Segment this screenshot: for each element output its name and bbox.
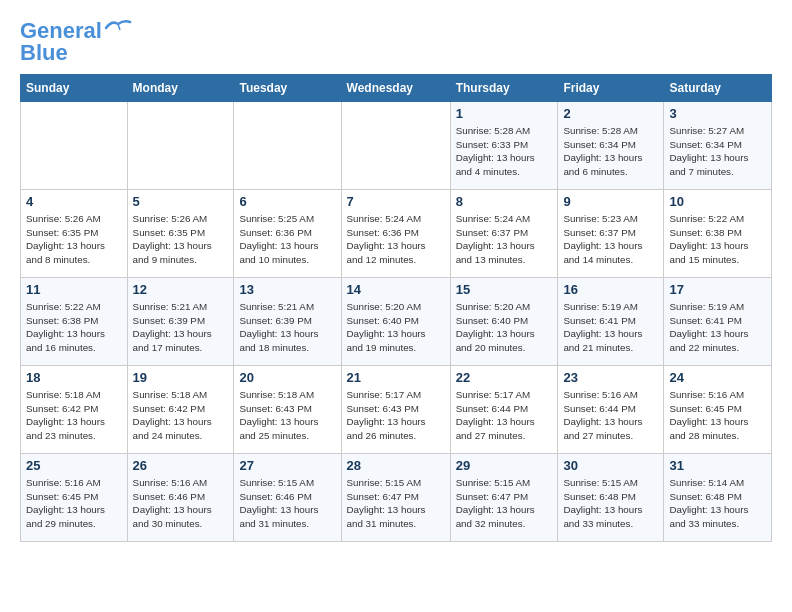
- calendar-cell: 15Sunrise: 5:20 AM Sunset: 6:40 PM Dayli…: [450, 278, 558, 366]
- day-number: 10: [669, 194, 766, 209]
- day-number: 25: [26, 458, 122, 473]
- calendar-cell: 12Sunrise: 5:21 AM Sunset: 6:39 PM Dayli…: [127, 278, 234, 366]
- calendar-cell: 20Sunrise: 5:18 AM Sunset: 6:43 PM Dayli…: [234, 366, 341, 454]
- day-info: Sunrise: 5:15 AM Sunset: 6:47 PM Dayligh…: [456, 476, 553, 531]
- day-number: 15: [456, 282, 553, 297]
- calendar-cell: 14Sunrise: 5:20 AM Sunset: 6:40 PM Dayli…: [341, 278, 450, 366]
- week-row-2: 4Sunrise: 5:26 AM Sunset: 6:35 PM Daylig…: [21, 190, 772, 278]
- calendar-cell: 8Sunrise: 5:24 AM Sunset: 6:37 PM Daylig…: [450, 190, 558, 278]
- header-thursday: Thursday: [450, 75, 558, 102]
- logo-text: General: [20, 20, 102, 42]
- calendar-cell: 1Sunrise: 5:28 AM Sunset: 6:33 PM Daylig…: [450, 102, 558, 190]
- logo-blue: Blue: [20, 42, 68, 64]
- calendar-cell: 27Sunrise: 5:15 AM Sunset: 6:46 PM Dayli…: [234, 454, 341, 542]
- day-info: Sunrise: 5:14 AM Sunset: 6:48 PM Dayligh…: [669, 476, 766, 531]
- day-number: 8: [456, 194, 553, 209]
- day-info: Sunrise: 5:17 AM Sunset: 6:44 PM Dayligh…: [456, 388, 553, 443]
- day-info: Sunrise: 5:28 AM Sunset: 6:33 PM Dayligh…: [456, 124, 553, 179]
- day-info: Sunrise: 5:16 AM Sunset: 6:44 PM Dayligh…: [563, 388, 658, 443]
- day-number: 7: [347, 194, 445, 209]
- day-number: 27: [239, 458, 335, 473]
- calendar-header-row: SundayMondayTuesdayWednesdayThursdayFrid…: [21, 75, 772, 102]
- day-info: Sunrise: 5:22 AM Sunset: 6:38 PM Dayligh…: [669, 212, 766, 267]
- day-info: Sunrise: 5:28 AM Sunset: 6:34 PM Dayligh…: [563, 124, 658, 179]
- day-number: 14: [347, 282, 445, 297]
- header-saturday: Saturday: [664, 75, 772, 102]
- week-row-3: 11Sunrise: 5:22 AM Sunset: 6:38 PM Dayli…: [21, 278, 772, 366]
- day-info: Sunrise: 5:20 AM Sunset: 6:40 PM Dayligh…: [456, 300, 553, 355]
- day-number: 16: [563, 282, 658, 297]
- calendar-cell: 17Sunrise: 5:19 AM Sunset: 6:41 PM Dayli…: [664, 278, 772, 366]
- day-number: 30: [563, 458, 658, 473]
- calendar-cell: 9Sunrise: 5:23 AM Sunset: 6:37 PM Daylig…: [558, 190, 664, 278]
- day-info: Sunrise: 5:16 AM Sunset: 6:45 PM Dayligh…: [26, 476, 122, 531]
- day-info: Sunrise: 5:18 AM Sunset: 6:43 PM Dayligh…: [239, 388, 335, 443]
- day-number: 31: [669, 458, 766, 473]
- day-number: 2: [563, 106, 658, 121]
- day-number: 9: [563, 194, 658, 209]
- page-header: General Blue: [20, 20, 772, 64]
- calendar-cell: 28Sunrise: 5:15 AM Sunset: 6:47 PM Dayli…: [341, 454, 450, 542]
- day-info: Sunrise: 5:16 AM Sunset: 6:46 PM Dayligh…: [133, 476, 229, 531]
- day-number: 17: [669, 282, 766, 297]
- calendar-cell: 6Sunrise: 5:25 AM Sunset: 6:36 PM Daylig…: [234, 190, 341, 278]
- day-number: 20: [239, 370, 335, 385]
- day-info: Sunrise: 5:15 AM Sunset: 6:48 PM Dayligh…: [563, 476, 658, 531]
- day-info: Sunrise: 5:15 AM Sunset: 6:47 PM Dayligh…: [347, 476, 445, 531]
- day-info: Sunrise: 5:19 AM Sunset: 6:41 PM Dayligh…: [563, 300, 658, 355]
- calendar-cell: 21Sunrise: 5:17 AM Sunset: 6:43 PM Dayli…: [341, 366, 450, 454]
- day-info: Sunrise: 5:19 AM Sunset: 6:41 PM Dayligh…: [669, 300, 766, 355]
- day-info: Sunrise: 5:21 AM Sunset: 6:39 PM Dayligh…: [133, 300, 229, 355]
- logo: General Blue: [20, 20, 132, 64]
- calendar-cell: 22Sunrise: 5:17 AM Sunset: 6:44 PM Dayli…: [450, 366, 558, 454]
- calendar-cell: 26Sunrise: 5:16 AM Sunset: 6:46 PM Dayli…: [127, 454, 234, 542]
- day-info: Sunrise: 5:23 AM Sunset: 6:37 PM Dayligh…: [563, 212, 658, 267]
- week-row-4: 18Sunrise: 5:18 AM Sunset: 6:42 PM Dayli…: [21, 366, 772, 454]
- calendar-cell: [21, 102, 128, 190]
- day-info: Sunrise: 5:24 AM Sunset: 6:36 PM Dayligh…: [347, 212, 445, 267]
- day-number: 5: [133, 194, 229, 209]
- day-number: 11: [26, 282, 122, 297]
- day-info: Sunrise: 5:26 AM Sunset: 6:35 PM Dayligh…: [26, 212, 122, 267]
- day-info: Sunrise: 5:27 AM Sunset: 6:34 PM Dayligh…: [669, 124, 766, 179]
- logo-bird-icon: [104, 18, 132, 36]
- calendar-cell: [127, 102, 234, 190]
- week-row-5: 25Sunrise: 5:16 AM Sunset: 6:45 PM Dayli…: [21, 454, 772, 542]
- day-info: Sunrise: 5:26 AM Sunset: 6:35 PM Dayligh…: [133, 212, 229, 267]
- calendar-cell: 10Sunrise: 5:22 AM Sunset: 6:38 PM Dayli…: [664, 190, 772, 278]
- calendar-table: SundayMondayTuesdayWednesdayThursdayFrid…: [20, 74, 772, 542]
- day-number: 13: [239, 282, 335, 297]
- day-info: Sunrise: 5:17 AM Sunset: 6:43 PM Dayligh…: [347, 388, 445, 443]
- calendar-cell: 18Sunrise: 5:18 AM Sunset: 6:42 PM Dayli…: [21, 366, 128, 454]
- calendar-cell: 2Sunrise: 5:28 AM Sunset: 6:34 PM Daylig…: [558, 102, 664, 190]
- calendar-cell: 29Sunrise: 5:15 AM Sunset: 6:47 PM Dayli…: [450, 454, 558, 542]
- calendar-cell: 11Sunrise: 5:22 AM Sunset: 6:38 PM Dayli…: [21, 278, 128, 366]
- day-number: 3: [669, 106, 766, 121]
- calendar-cell: 16Sunrise: 5:19 AM Sunset: 6:41 PM Dayli…: [558, 278, 664, 366]
- calendar-cell: 13Sunrise: 5:21 AM Sunset: 6:39 PM Dayli…: [234, 278, 341, 366]
- calendar-cell: 7Sunrise: 5:24 AM Sunset: 6:36 PM Daylig…: [341, 190, 450, 278]
- day-info: Sunrise: 5:20 AM Sunset: 6:40 PM Dayligh…: [347, 300, 445, 355]
- calendar-cell: 3Sunrise: 5:27 AM Sunset: 6:34 PM Daylig…: [664, 102, 772, 190]
- day-number: 24: [669, 370, 766, 385]
- day-number: 28: [347, 458, 445, 473]
- day-info: Sunrise: 5:22 AM Sunset: 6:38 PM Dayligh…: [26, 300, 122, 355]
- week-row-1: 1Sunrise: 5:28 AM Sunset: 6:33 PM Daylig…: [21, 102, 772, 190]
- calendar-body: 1Sunrise: 5:28 AM Sunset: 6:33 PM Daylig…: [21, 102, 772, 542]
- header-wednesday: Wednesday: [341, 75, 450, 102]
- header-tuesday: Tuesday: [234, 75, 341, 102]
- day-number: 19: [133, 370, 229, 385]
- day-number: 21: [347, 370, 445, 385]
- day-info: Sunrise: 5:25 AM Sunset: 6:36 PM Dayligh…: [239, 212, 335, 267]
- day-number: 12: [133, 282, 229, 297]
- day-info: Sunrise: 5:18 AM Sunset: 6:42 PM Dayligh…: [26, 388, 122, 443]
- day-number: 26: [133, 458, 229, 473]
- day-number: 6: [239, 194, 335, 209]
- day-info: Sunrise: 5:16 AM Sunset: 6:45 PM Dayligh…: [669, 388, 766, 443]
- day-number: 23: [563, 370, 658, 385]
- header-sunday: Sunday: [21, 75, 128, 102]
- header-monday: Monday: [127, 75, 234, 102]
- calendar-cell: 19Sunrise: 5:18 AM Sunset: 6:42 PM Dayli…: [127, 366, 234, 454]
- day-info: Sunrise: 5:15 AM Sunset: 6:46 PM Dayligh…: [239, 476, 335, 531]
- calendar-cell: 5Sunrise: 5:26 AM Sunset: 6:35 PM Daylig…: [127, 190, 234, 278]
